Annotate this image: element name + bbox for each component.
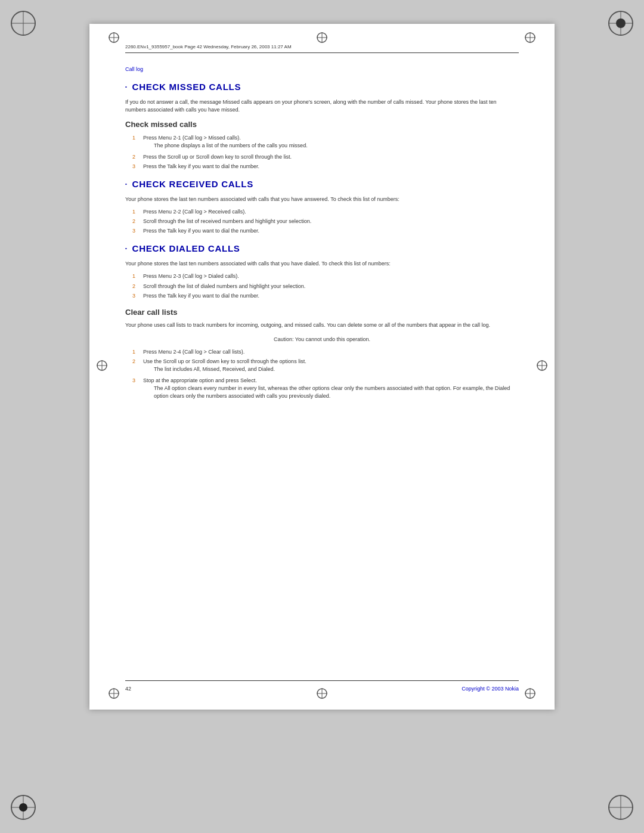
reg-mark-bottom-left bbox=[107, 687, 120, 702]
heading-check-dialed-calls: • CHECK DIALED CALLS bbox=[125, 242, 519, 255]
clear-calls-steps: 1 Press Menu 2-4 (Call log > Clear call … bbox=[132, 348, 519, 402]
received-step-2: 2 Scroll through the list of received nu… bbox=[132, 218, 519, 225]
header-text: 2260.ENv1_9355957_book Page 42 Wednesday… bbox=[125, 44, 519, 49]
dialed-step-1: 1 Press Menu 2-3 (Call log > Dialed call… bbox=[132, 272, 519, 280]
missed-step-2: 2 Press the Scroll up or Scroll down key… bbox=[132, 153, 519, 161]
dialed-step-3: 3 Press the Talk key if you want to dial… bbox=[132, 292, 519, 300]
svg-point-6 bbox=[616, 18, 626, 28]
heading-check-missed-calls: • CHECK MISSED CALLS bbox=[125, 80, 519, 94]
reg-mark-top-right bbox=[524, 31, 537, 47]
outer-corner-tr bbox=[606, 9, 635, 40]
header-line bbox=[125, 52, 519, 53]
reg-mark-side-right bbox=[535, 359, 549, 374]
page-wrapper: 2260.ENv1_9355957_book Page 42 Wednesday… bbox=[0, 0, 644, 833]
page: 2260.ENv1_9355957_book Page 42 Wednesday… bbox=[89, 24, 555, 710]
main-content: Call log • CHECK MISSED CALLS If you do … bbox=[125, 66, 519, 674]
dialed-step-2: 2 Scroll through the list of dialed numb… bbox=[132, 283, 519, 290]
clear-lists-intro: Your phone uses call lists to track numb… bbox=[125, 321, 519, 330]
section-dialed-calls: • CHECK DIALED CALLS Your phone stores t… bbox=[125, 242, 519, 299]
outer-corner-br bbox=[606, 793, 635, 824]
missed-step-3: 3 Press the Talk key if you want to dial… bbox=[132, 163, 519, 171]
caution-text: Caution: You cannot undo this operation. bbox=[125, 335, 519, 345]
clear-step-2: 2 Use the Scroll up or Scroll down key t… bbox=[132, 358, 519, 375]
outer-corner-bl bbox=[9, 793, 38, 824]
breadcrumb: Call log bbox=[125, 66, 519, 73]
section-missed-calls: • CHECK MISSED CALLS If you do not answe… bbox=[125, 80, 519, 171]
dialed-calls-steps: 1 Press Menu 2-3 (Call log > Dialed call… bbox=[132, 272, 519, 299]
footer-copyright: Copyright © 2003 Nokia bbox=[462, 686, 519, 692]
reg-mark-bottom-center bbox=[315, 687, 329, 702]
heading-clear-call-lists: Clear call lists bbox=[125, 307, 519, 318]
footer-page-number: 42 bbox=[125, 686, 131, 692]
missed-step-1: 1 Press Menu 2-1 (Call log > Missed call… bbox=[132, 134, 519, 151]
missed-calls-steps: 1 Press Menu 2-1 (Call log > Missed call… bbox=[132, 134, 519, 171]
bullet-missed: • bbox=[125, 83, 128, 91]
outer-corner-tl bbox=[9, 9, 38, 40]
received-step-1: 1 Press Menu 2-2 (Call log > Received ca… bbox=[132, 208, 519, 216]
sub-heading-check-missed: Check missed calls bbox=[125, 119, 519, 131]
clear-step-3: 3 Stop at the appropriate option and pre… bbox=[132, 377, 519, 402]
received-calls-steps: 1 Press Menu 2-2 (Call log > Received ca… bbox=[132, 208, 519, 235]
received-calls-intro: Your phone stores the last ten numbers a… bbox=[125, 196, 519, 204]
heading-check-received-calls: • CHECK RECEIVED CALLS bbox=[125, 178, 519, 191]
section-clear-call-lists: Clear call lists Your phone uses call li… bbox=[125, 307, 519, 402]
clear-step-1: 1 Press Menu 2-4 (Call log > Clear call … bbox=[132, 348, 519, 356]
received-step-3: 3 Press the Talk key if you want to dial… bbox=[132, 227, 519, 235]
missed-calls-intro: If you do not answer a call, the message… bbox=[125, 98, 519, 114]
reg-mark-bottom-right bbox=[524, 687, 537, 702]
bullet-received: • bbox=[125, 181, 128, 188]
reg-mark-side-left bbox=[95, 359, 109, 374]
footer-line bbox=[125, 680, 519, 681]
svg-point-10 bbox=[19, 803, 27, 812]
section-received-calls: • CHECK RECEIVED CALLS Your phone stores… bbox=[125, 178, 519, 235]
reg-mark-top-left bbox=[107, 31, 120, 47]
dialed-calls-intro: Your phone stores the last ten numbers a… bbox=[125, 260, 519, 268]
bullet-dialed: • bbox=[125, 245, 128, 252]
